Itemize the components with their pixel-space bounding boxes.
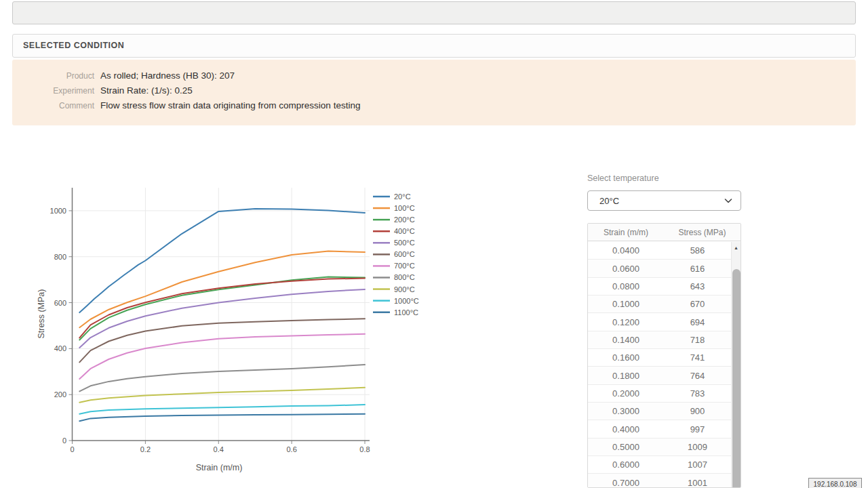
x-tick-label: 0.8 <box>359 445 370 453</box>
temperature-select-label: Select temperature <box>587 174 659 183</box>
table-row: 0.2000783 <box>588 384 731 402</box>
curve-1000°C <box>79 405 365 414</box>
strain-cell: 0.1800 <box>588 371 664 381</box>
table-row: 0.1200694 <box>588 312 731 330</box>
strain-cell: 0.0400 <box>588 245 664 256</box>
strain-cell: 0.1200 <box>588 317 664 327</box>
strain-stress-table: Strain (m/m) Stress (MPa) 0.04005860.060… <box>587 223 741 488</box>
stress-cell: 900 <box>664 406 731 416</box>
stress-cell: 783 <box>664 388 731 399</box>
y-tick-label: 1000 <box>50 207 66 215</box>
stress-cell: 643 <box>664 281 731 291</box>
product-label: Product <box>12 71 94 81</box>
strain-cell: 0.2000 <box>588 388 664 399</box>
stress-cell: 616 <box>664 264 731 274</box>
table-scrollbar[interactable]: ▲ <box>731 242 741 487</box>
stress-cell: 670 <box>664 299 731 309</box>
x-axis-title: Strain (m/m) <box>196 463 243 472</box>
table-row: 0.60001007 <box>588 455 731 473</box>
strain-cell: 0.0800 <box>588 281 664 291</box>
scrollbar-thumb[interactable] <box>732 269 741 487</box>
app-window: SELECTED CONDITION Product As rolled; Ha… <box>0 0 868 488</box>
product-value: As rolled; Hardness (HB 30): 207 <box>100 70 235 81</box>
y-axis-title: Stress (MPa) <box>37 289 46 339</box>
top-toolbar <box>12 1 856 24</box>
legend-label: 400°C <box>394 227 415 235</box>
legend-label: 800°C <box>394 273 415 281</box>
legend-label: 500°C <box>394 239 415 247</box>
legend-label: 100°C <box>394 204 415 212</box>
temperature-select-value: 20°C <box>599 196 619 206</box>
strain-cell: 0.0600 <box>588 264 664 274</box>
strain-cell: 0.5000 <box>588 442 664 452</box>
strain-cell: 0.7000 <box>588 478 664 488</box>
strain-column-header: Strain (m/m) <box>588 228 664 237</box>
y-tick-label: 800 <box>54 253 66 261</box>
strain-cell: 0.1600 <box>588 352 664 363</box>
table-row: 0.1600741 <box>588 348 731 366</box>
condition-row-product: Product As rolled; Hardness (HB 30): 207 <box>12 68 856 83</box>
strain-cell: 0.4000 <box>588 424 664 434</box>
stress-cell: 741 <box>664 352 731 363</box>
stress-cell: 764 <box>664 371 731 381</box>
legend-label: 1000°C <box>394 297 419 305</box>
x-tick-label: 0 <box>70 445 74 453</box>
strain-cell: 0.1000 <box>588 299 664 309</box>
table-row: 0.50001009 <box>588 438 731 455</box>
x-tick-label: 0.6 <box>286 445 296 453</box>
section-title: SELECTED CONDITION <box>23 41 124 50</box>
legend-label: 20°C <box>394 192 411 201</box>
table-row: 0.4000997 <box>588 420 731 437</box>
table-row: 0.0400586 <box>588 241 731 259</box>
experiment-value: Strain Rate: (1/s): 0.25 <box>100 85 193 96</box>
table-row: 0.0600616 <box>588 259 731 277</box>
legend-label: 1100°C <box>394 308 418 317</box>
table-row: 0.0800643 <box>588 277 731 295</box>
table-row: 0.70001001 <box>588 473 731 488</box>
experiment-label: Experiment <box>12 86 94 96</box>
comment-label: Comment <box>12 101 94 110</box>
flow-stress-chart: 00.20.40.60.80200400600800100020°C100°C2… <box>27 183 448 485</box>
curve-900°C <box>79 388 365 403</box>
x-tick-label: 0.4 <box>214 445 224 453</box>
table-row: 0.3000900 <box>588 402 731 420</box>
condition-row-experiment: Experiment Strain Rate: (1/s): 0.25 <box>12 83 856 98</box>
condition-panel: Product As rolled; Hardness (HB 30): 207… <box>12 60 856 125</box>
scrollbar-up-icon[interactable]: ▲ <box>732 242 741 253</box>
stress-cell: 718 <box>664 335 731 345</box>
strain-cell: 0.6000 <box>588 460 664 470</box>
x-tick-label: 0.2 <box>140 445 151 453</box>
curve-200°C <box>79 277 365 340</box>
table-row: 0.1400718 <box>588 331 731 348</box>
curve-800°C <box>79 365 365 391</box>
stress-cell: 586 <box>664 245 731 256</box>
curve-20°C <box>79 209 365 312</box>
stress-cell: 1001 <box>664 478 731 488</box>
legend-label: 600°C <box>394 250 415 258</box>
curve-700°C <box>79 334 365 379</box>
temperature-select[interactable]: 20°C <box>587 190 741 211</box>
y-tick-label: 400 <box>54 344 66 352</box>
table-header: Strain (m/m) Stress (MPa) <box>588 224 741 241</box>
stress-column-header: Stress (MPa) <box>664 228 741 237</box>
table-row: 0.1000670 <box>588 295 731 312</box>
strain-cell: 0.3000 <box>588 406 664 416</box>
ip-address-overlay: 192.168.0.108 <box>808 478 862 488</box>
strain-cell: 0.1400 <box>588 335 664 345</box>
condition-row-comment: Comment Flow stress flow strain data ori… <box>12 98 856 113</box>
selected-condition-header: SELECTED CONDITION <box>12 34 856 58</box>
table-body: 0.04005860.06006160.08006430.10006700.12… <box>588 241 741 488</box>
curve-1100°C <box>79 414 365 422</box>
y-tick-label: 600 <box>54 299 66 307</box>
stress-cell: 1009 <box>664 442 731 452</box>
legend-label: 900°C <box>394 285 415 293</box>
chevron-down-icon <box>724 199 732 203</box>
legend-label: 200°C <box>394 216 415 224</box>
stress-cell: 997 <box>664 424 731 434</box>
ip-address-text: 192.168.0.108 <box>814 481 857 488</box>
curve-400°C <box>79 279 365 338</box>
y-tick-label: 200 <box>54 390 66 399</box>
stress-cell: 1007 <box>664 460 731 470</box>
table-row: 0.1800764 <box>588 366 731 384</box>
comment-value: Flow stress flow strain data originating… <box>100 100 360 110</box>
